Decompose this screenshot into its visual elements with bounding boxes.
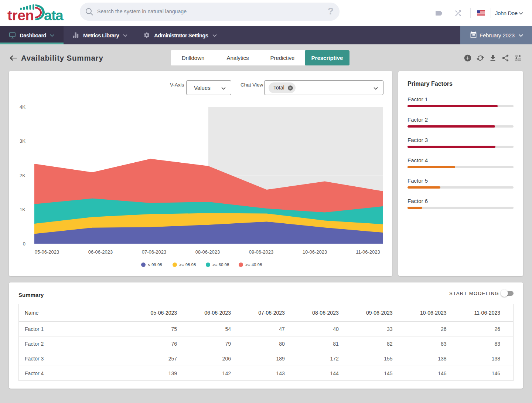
svg-text:ata: ata [44,7,64,23]
svg-text:tren: tren [7,7,34,23]
